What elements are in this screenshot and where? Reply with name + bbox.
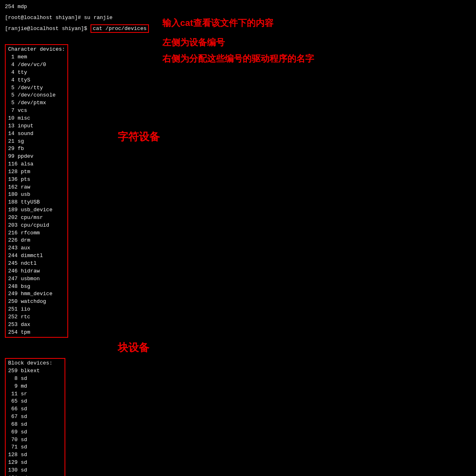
- block-devices-box: Block devices: 259 blkext 8 sd 9 md 11 s…: [5, 358, 65, 476]
- annotation-right: 右侧为分配这些编号的驱动程序的名字: [162, 53, 314, 65]
- annotation-title: 输入cat查看该文件下的内容: [162, 17, 274, 29]
- char-devices-box: Character devices: 1 mem 4 /dev/vc/0 4 t…: [5, 44, 68, 338]
- annotation-left: 左侧为设备编号: [162, 36, 225, 49]
- prev-line: 254 mdp: [2, 2, 474, 13]
- annotation-char: 字符设备: [118, 130, 160, 144]
- char-devices-section: Character devices: 1 mem 4 /dev/vc/0 4 t…: [2, 34, 474, 347]
- annotation-block: 块设备: [118, 341, 149, 355]
- command-box: cat /proc/devices: [90, 24, 149, 33]
- terminal-layout: 254 mdp [root@localhost shiyan]# su ranj…: [0, 0, 476, 476]
- top-area: 254 mdp [root@localhost shiyan]# su ranj…: [0, 0, 476, 476]
- block-devices-section: Block devices: 259 blkext 8 sd 9 md 11 s…: [2, 347, 474, 476]
